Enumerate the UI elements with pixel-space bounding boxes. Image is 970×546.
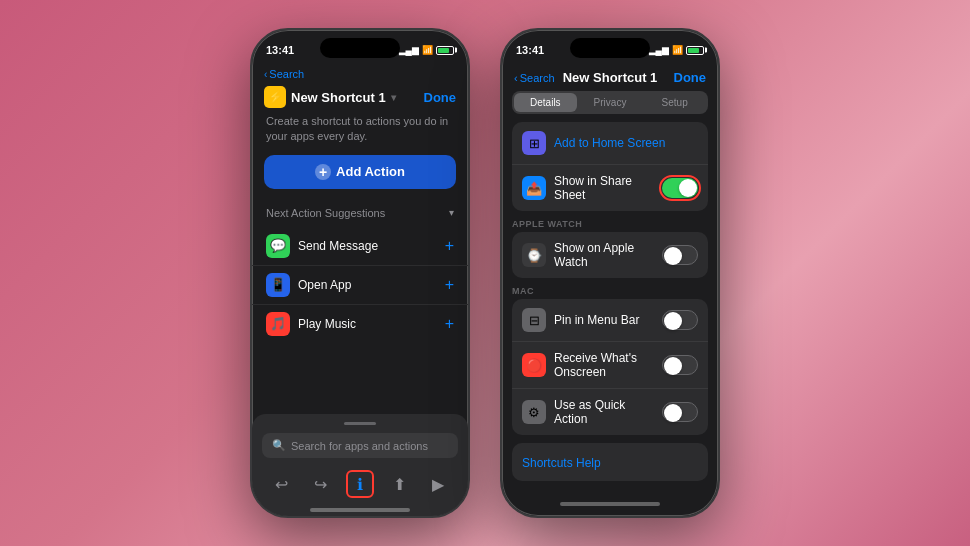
send-message-label: Send Message bbox=[298, 239, 437, 253]
back-button-left[interactable]: ‹ Search bbox=[264, 68, 304, 80]
search-icon-small: 🔍 bbox=[272, 439, 286, 452]
run-button[interactable]: ▶ bbox=[424, 470, 452, 498]
tabs-row: Details Privacy Setup bbox=[512, 91, 708, 114]
shortcut-icon: ⚡ bbox=[264, 86, 286, 108]
send-message-icon: 💬 bbox=[266, 234, 290, 258]
battery-icon-right bbox=[686, 46, 704, 55]
phone2-title: New Shortcut 1 bbox=[563, 70, 658, 85]
battery-fill-right bbox=[688, 48, 699, 53]
next-actions-label: Next Action Suggestions bbox=[266, 207, 385, 219]
add-plus-icon: + bbox=[315, 164, 331, 180]
action-item-send-message[interactable]: 💬 Send Message + bbox=[252, 227, 468, 266]
back-chevron-left: ‹ bbox=[264, 69, 267, 80]
shortcut-title-bar: ⚡ New Shortcut 1 ▾ Done bbox=[252, 84, 468, 114]
iphone-right: 13:41 ▂▄▆ 📶 ‹ Search New Shortcut 1 Done… bbox=[500, 28, 720, 518]
time-left: 13:41 bbox=[266, 44, 294, 56]
shortcut-name: ⚡ New Shortcut 1 ▾ bbox=[264, 86, 396, 108]
receive-onscreen-row[interactable]: 🔴 Receive What's Onscreen bbox=[512, 342, 708, 389]
show-in-share-sheet-row[interactable]: 📤 Show in Share Sheet bbox=[512, 165, 708, 211]
tab-details[interactable]: Details bbox=[514, 93, 577, 112]
add-action-label: Add Action bbox=[336, 164, 405, 179]
toggle-knob-receive bbox=[664, 357, 682, 375]
open-app-label: Open App bbox=[298, 278, 437, 292]
shortcuts-help-section[interactable]: Shortcuts Help bbox=[512, 443, 708, 481]
pin-menu-bar-row[interactable]: ⊟ Pin in Menu Bar bbox=[512, 299, 708, 342]
open-app-icon: 📱 bbox=[266, 273, 290, 297]
send-message-add-icon[interactable]: + bbox=[445, 237, 454, 255]
open-app-add-icon[interactable]: + bbox=[445, 276, 454, 294]
redo-button[interactable]: ↪ bbox=[307, 470, 335, 498]
search-bar[interactable]: 🔍 Search for apps and actions bbox=[262, 433, 458, 458]
back-label-left: Search bbox=[269, 68, 304, 80]
bottom-panel: 🔍 Search for apps and actions ↩ ↪ ℹ ⬆ ▶ bbox=[252, 414, 468, 516]
toolbar-row: ↩ ↪ ℹ ⬆ ▶ bbox=[252, 466, 468, 506]
nav-bar-left: ‹ Search bbox=[252, 66, 468, 84]
toggle-knob-watch bbox=[664, 247, 682, 265]
action-item-open-app[interactable]: 📱 Open App + bbox=[252, 266, 468, 305]
home-indicator-right bbox=[560, 502, 660, 506]
show-share-sheet-label: Show in Share Sheet bbox=[554, 174, 654, 202]
mac-section: ⊟ Pin in Menu Bar 🔴 Receive What's Onscr… bbox=[512, 299, 708, 435]
play-music-label: Play Music bbox=[298, 317, 437, 331]
done-button-right[interactable]: Done bbox=[674, 70, 707, 85]
wifi-icon: ▂▄▆ bbox=[399, 45, 419, 55]
home-indicator-left bbox=[310, 508, 410, 512]
share-button[interactable]: ⬆ bbox=[385, 470, 413, 498]
action-list: 💬 Send Message + 📱 Open App + 🎵 Play Mus… bbox=[252, 227, 468, 343]
next-actions-chevron-icon: ▾ bbox=[449, 207, 454, 218]
action-item-play-music[interactable]: 🎵 Play Music + bbox=[252, 305, 468, 343]
add-action-button[interactable]: + Add Action bbox=[264, 155, 456, 189]
shortcut-chevron-icon: ▾ bbox=[391, 92, 396, 103]
pin-menu-bar-label: Pin in Menu Bar bbox=[554, 313, 654, 327]
quick-action-icon: ⚙ bbox=[522, 400, 546, 424]
add-home-screen-icon: ⊞ bbox=[522, 131, 546, 155]
receive-onscreen-toggle[interactable] bbox=[662, 355, 698, 375]
add-home-screen-row[interactable]: ⊞ Add to Home Screen bbox=[512, 122, 708, 165]
signal-icon: 📶 bbox=[422, 45, 433, 55]
show-share-sheet-icon: 📤 bbox=[522, 176, 546, 200]
wifi-icon-right: ▂▄▆ bbox=[649, 45, 669, 55]
toggle-knob-pin bbox=[664, 312, 682, 330]
show-apple-watch-label: Show on Apple Watch bbox=[554, 241, 654, 269]
back-chevron-right: ‹ bbox=[514, 72, 518, 84]
play-music-add-icon[interactable]: + bbox=[445, 315, 454, 333]
shortcut-title[interactable]: New Shortcut 1 bbox=[291, 90, 386, 105]
tab-privacy[interactable]: Privacy bbox=[579, 93, 642, 112]
shortcuts-help-label: Shortcuts Help bbox=[522, 456, 601, 470]
battery-icon-left bbox=[436, 46, 454, 55]
details-section: ⊞ Add to Home Screen 📤 Show in Share She… bbox=[512, 122, 708, 211]
signal-icon-right: 📶 bbox=[672, 45, 683, 55]
next-actions-header: Next Action Suggestions ▾ bbox=[252, 203, 468, 227]
receive-onscreen-label: Receive What's Onscreen bbox=[554, 351, 654, 379]
pin-menu-bar-icon: ⊟ bbox=[522, 308, 546, 332]
apple-watch-toggle[interactable] bbox=[662, 245, 698, 265]
apple-watch-section: ⌚ Show on Apple Watch bbox=[512, 232, 708, 278]
time-right: 13:41 bbox=[516, 44, 544, 56]
back-label-right: Search bbox=[520, 72, 555, 84]
apple-watch-section-label: APPLE WATCH bbox=[502, 219, 718, 232]
dynamic-island-right bbox=[570, 38, 650, 58]
tab-setup[interactable]: Setup bbox=[643, 93, 706, 112]
back-button-right[interactable]: ‹ Search bbox=[514, 72, 555, 84]
show-apple-watch-row[interactable]: ⌚ Show on Apple Watch bbox=[512, 232, 708, 278]
mac-section-label: MAC bbox=[502, 286, 718, 299]
add-home-screen-label: Add to Home Screen bbox=[554, 136, 698, 150]
quick-action-row[interactable]: ⚙ Use as Quick Action bbox=[512, 389, 708, 435]
pin-menu-bar-toggle[interactable] bbox=[662, 310, 698, 330]
status-icons-right: ▂▄▆ 📶 bbox=[649, 45, 704, 55]
show-share-sheet-toggle[interactable] bbox=[662, 178, 698, 198]
iphone-left: 13:41 ▂▄▆ 📶 ‹ Search ⚡ New Shortcut 1 ▾ … bbox=[250, 28, 470, 518]
phone2-nav: ‹ Search New Shortcut 1 Done bbox=[502, 66, 718, 87]
status-icons-left: ▂▄▆ 📶 bbox=[399, 45, 454, 55]
battery-fill-left bbox=[438, 48, 449, 53]
search-placeholder: Search for apps and actions bbox=[291, 440, 428, 452]
info-button[interactable]: ℹ bbox=[346, 470, 374, 498]
toggle-knob-quick bbox=[664, 404, 682, 422]
done-button-left[interactable]: Done bbox=[424, 90, 457, 105]
dynamic-island-left bbox=[320, 38, 400, 58]
quick-action-label: Use as Quick Action bbox=[554, 398, 654, 426]
undo-button[interactable]: ↩ bbox=[268, 470, 296, 498]
quick-action-toggle[interactable] bbox=[662, 402, 698, 422]
toggle-knob-share bbox=[679, 179, 697, 197]
play-music-icon: 🎵 bbox=[266, 312, 290, 336]
